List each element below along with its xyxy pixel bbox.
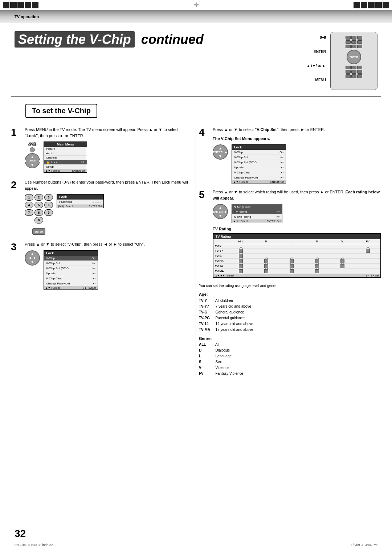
step-3-block: 3 Press ▲ or ▼ to select "V-Chip", then … xyxy=(11,241,188,290)
step-2-text: Use Number buttons (0-9) to enter your p… xyxy=(25,179,188,191)
step-3-lock-title: Lock xyxy=(44,251,98,256)
num-btn-1[interactable]: 1 xyxy=(25,194,33,201)
square-9 xyxy=(375,2,382,8)
step-5-movie-rating-row: Movie Rating>> xyxy=(232,214,282,219)
lock-password-title: Lock xyxy=(57,194,103,200)
remote-illustration: 0–9 ENTER ▲ /▼/◄/ ► MENU xyxy=(307,32,377,90)
page-number: 32 xyxy=(15,528,26,539)
step-2-enter-btn[interactable]: ENTER xyxy=(32,228,45,235)
step-2-content: Use Number buttons (0-9) to enter your p… xyxy=(25,179,188,235)
tv-rating-col-s: S xyxy=(304,239,330,243)
tv-rating-row-tv14: TV-14 xyxy=(213,264,380,269)
top-bar-right-squares xyxy=(351,0,392,10)
tv-rating-col-l: L xyxy=(279,239,304,243)
tv-rating-col-all: ALL xyxy=(228,239,253,243)
step-2-number: 2 xyxy=(11,180,21,235)
num-btn-6[interactable]: 6 xyxy=(44,202,53,208)
title-prefix: Setting the V-Chip xyxy=(15,31,135,48)
step-2-screen: 1 2 3 4 5 6 7 8 9 0 ENTER xyxy=(25,194,188,235)
step-3-text: Press ▲ or ▼ to select "V-Chip", then pr… xyxy=(25,241,188,247)
step-3-vchip-row: V-ChipOn xyxy=(44,256,98,261)
remote-label-arrows: ▲ /▼/◄/ ► xyxy=(307,64,326,68)
step-4-footer: ▲▼ : Select ENTER: Set xyxy=(232,180,286,184)
top-bar-left-squares xyxy=(0,0,41,10)
step-4-update-row: Update>> xyxy=(232,165,286,170)
step-5-footer: ▲▼ : Select ENTER: Set xyxy=(232,219,282,223)
age-legend-tvma: TV-MA : 17 years old and above xyxy=(199,327,381,333)
step-3-vchip-set-row: V-Chip Set>> xyxy=(44,261,98,266)
remote-label-0-9: 0–9 xyxy=(320,36,326,40)
num-btn-5[interactable]: 5 xyxy=(34,202,43,208)
step-3-vchip-dtv-row: V-Chip Set (DTV)>> xyxy=(44,266,98,271)
num-btn-9[interactable]: 9 xyxy=(44,209,53,216)
genre-s: S : Sex xyxy=(199,359,381,365)
step-3-lock-box: Lock V-ChipOn V-Chip Set>> V-Chip Set (D… xyxy=(44,250,98,290)
age-legend-tvg: TV-G : General audience xyxy=(199,309,381,315)
center-crosshair-icon: ✛ xyxy=(193,1,199,9)
bottom-bar: 52G0101A P30-36.indd 32 1/5/09 3:04:04 P… xyxy=(0,543,392,547)
lock-password-row: Password – – – – xyxy=(57,200,103,205)
menu-row-lock: 🔒Lock >> xyxy=(44,160,87,165)
step-1-menu-box: Main Menu Picture Audio Channel 🔒Lock >>… xyxy=(44,141,87,173)
step-5-vchip-set-box: V-Chip Set TV Rating>> Movie Rating>> ▲▼… xyxy=(232,204,282,223)
vchip-title-box: To set the V-Chip xyxy=(25,104,97,118)
step-3-content: Press ▲ or ▼ to select "V-Chip", then pr… xyxy=(25,241,188,290)
genre-legend: Genre: ALL : All D : Dialogue L : Langua… xyxy=(199,336,381,377)
vchip-title-text: To set the V-Chip xyxy=(32,107,91,115)
step-3-vchip-clear-row: V-Chip Clear>> xyxy=(44,276,98,281)
tv-rating-label: TV Rating xyxy=(213,227,381,231)
square-3 xyxy=(17,2,24,8)
age-legend-tvpg: TV-PG : Parental guidance xyxy=(199,315,381,321)
step-1-footer: ▲▼ : Select ENTER:Set xyxy=(44,169,87,172)
tv-rating-row-tvy: TV-Y xyxy=(213,244,380,249)
top-bar-center: ✛ xyxy=(41,1,351,9)
step-1-text: Press MENU in the TV mode. The TV menu s… xyxy=(25,127,188,139)
step-2-footer: [0-9] : Select ENTER:Set xyxy=(57,205,103,208)
genre-d: D : Dialogue xyxy=(199,348,381,353)
step-3-footer: ▲▼ : Select ◄► : Adjust xyxy=(44,286,98,290)
step-2-block: 2 Use Number buttons (0-9) to enter your… xyxy=(11,179,188,235)
num-btn-7[interactable]: 7 xyxy=(25,209,33,216)
num-btn-4[interactable]: 4 xyxy=(25,202,33,208)
legend-area: You can set the rating using age level a… xyxy=(199,283,381,377)
tv-rating-row-tvg: TV-G xyxy=(213,254,380,259)
step-3-nav-circle: ▲ ◄ ► ▼ xyxy=(25,250,40,266)
tv-rating-header: ALL D L S V FV xyxy=(213,239,380,244)
step-3-update-row: Update>> xyxy=(44,271,98,276)
step-1-block: 1 Press MENU in the TV mode. The TV menu… xyxy=(11,127,188,173)
num-btn-2[interactable]: 2 xyxy=(34,194,43,201)
menu-row-channel: Channel xyxy=(44,156,87,160)
square-4 xyxy=(25,2,31,8)
step-4-vchip-clear-row: V-Chip Clear>> xyxy=(232,170,286,175)
right-column: 4 Press ▲ or ▼ to select "V-Chip Set", t… xyxy=(196,127,381,377)
step-5-content: Press ▲ or ▼ to select which rating will… xyxy=(213,189,381,278)
tv-rating-row-tvpg: TV-PG xyxy=(213,259,380,264)
step-5-tv-rating-row: TV Rating>> xyxy=(232,209,282,214)
age-legend: Age: TV-Y : All children TV-Y7 : 7 years… xyxy=(199,291,381,333)
age-legend-tvy7: TV-Y7 : 7 years old and above xyxy=(199,304,381,309)
step-5-screen: ▲ ENTER ► ▼ V-Chip Set TV Rating>> Movie… xyxy=(213,204,381,223)
step-5-text: Press ▲ or ▼ to select which rating will… xyxy=(213,189,381,201)
title-suffix: continued xyxy=(141,32,204,47)
num-btn-8[interactable]: 8 xyxy=(34,209,43,216)
vchip-section: To set the V-Chip xyxy=(0,97,392,127)
square-2 xyxy=(10,2,17,8)
num-btn-3[interactable]: 3 xyxy=(44,194,53,201)
step-4-screen: ▲ ENTER ► ▼ Lock V-ChipOn V-Chip Set>> V… xyxy=(213,144,381,184)
genre-fv: FV : Fantasy Violence xyxy=(199,371,381,377)
step-4-change-pw-row: Change Password>> xyxy=(232,175,286,180)
step-4-lock-box: Lock V-ChipOn V-Chip Set>> V-Chip Set (D… xyxy=(232,144,286,184)
square-7 xyxy=(361,2,367,8)
tv-rating-col-v: V xyxy=(330,239,355,243)
step-4-lock-title: Lock xyxy=(232,145,286,150)
menu-row-setup: Setup xyxy=(44,165,87,169)
num-btn-0[interactable]: 0 xyxy=(34,217,43,223)
tv-rating-footer: ▲▼◄► : Select ENTER:Set xyxy=(213,274,380,277)
square-5 xyxy=(32,2,38,8)
page-title: Setting the V-Chip continued xyxy=(15,32,204,47)
step-1-screen: MENUSETUP ▲ ◄ ENTER ► ▼ xyxy=(25,141,188,173)
step-5-block: 5 Press ▲ or ▼ to select which rating wi… xyxy=(199,189,381,278)
genre-legend-title: Genre: xyxy=(199,336,381,342)
square-1 xyxy=(3,2,9,8)
step-5-vchip-set-title: V-Chip Set xyxy=(232,204,282,209)
